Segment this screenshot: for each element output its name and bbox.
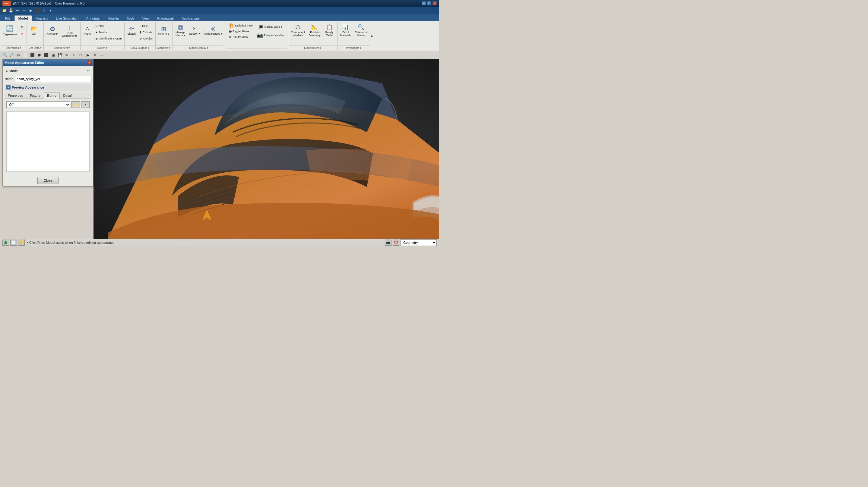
vt-zoom-out[interactable]: ⊖	[15, 52, 22, 59]
btn-display-style[interactable]: ▣ Display Style ▾	[255, 23, 286, 31]
vt-wireframe[interactable]: ⬟	[36, 52, 42, 59]
btn-hole[interactable]: ○ Hole	[138, 23, 154, 29]
qa-run[interactable]: ▶	[28, 7, 34, 13]
btn-manage-views[interactable]: ▦ Manage Views ▾	[174, 22, 187, 39]
vt-edit[interactable]: ✏	[64, 52, 70, 59]
group-model-intent-label[interactable]: Model Intent ▾	[289, 45, 337, 50]
dialog-close-button[interactable]: Close	[37, 177, 59, 184]
dialog-close-btn[interactable]: ✕	[87, 61, 91, 65]
btn-sketch[interactable]: ✏ Sketch	[126, 22, 137, 39]
tab-properties[interactable]: Properties	[4, 92, 26, 99]
vt-zoom-extents[interactable]: 🔍	[1, 52, 8, 59]
vt-repaint[interactable]: ⬜	[22, 52, 29, 59]
status-layers-btn[interactable]: 📄	[10, 239, 17, 246]
btn-family-table[interactable]: 📋 Family Table	[323, 22, 336, 39]
group-datum-label[interactable]: Datum ▾	[81, 45, 124, 50]
vt-hidden[interactable]: ⬛	[43, 52, 50, 59]
edit-pos-label: Edit Position	[232, 36, 248, 39]
btn-section[interactable]: ✂ Section ▾	[188, 22, 202, 39]
tab-bump[interactable]: Bump	[44, 92, 60, 99]
bump-browse-btn[interactable]: 📁	[71, 101, 80, 108]
vt-save-view[interactable]: 💾	[57, 52, 63, 59]
btn-revolve[interactable]: ↻ Revolve	[138, 36, 154, 41]
group-operations-label[interactable]: Operations ▾	[1, 45, 26, 50]
btn-perspective-view[interactable]: 📷 Perspective View	[255, 31, 286, 39]
maximize-btn[interactable]: □	[427, 1, 431, 5]
vt-play[interactable]: ▶	[85, 52, 91, 59]
btn-edit-position[interactable]: ✏ Edit Position	[227, 34, 254, 40]
qa-undo[interactable]: ↩	[14, 7, 21, 13]
group-cut-surface-label[interactable]: Cut & Surface ▾	[125, 45, 155, 50]
vt-shade[interactable]: ⬛	[29, 52, 36, 59]
btn-exploded-view[interactable]: 💥 Exploded View	[227, 23, 254, 28]
group-modifiers-label[interactable]: Modifiers ▾	[156, 45, 172, 50]
btn-component-interface[interactable]: ⬡ Component Interface	[289, 22, 307, 39]
group-get-data-label[interactable]: Get Data ▾	[27, 45, 43, 50]
vt-zoom-in[interactable]: 🔎	[8, 52, 15, 59]
btn-get-data[interactable]: 📂 Get	[28, 22, 40, 39]
dialog-footer: Close	[3, 175, 93, 186]
viewport-3d[interactable]	[93, 59, 439, 239]
tab-view[interactable]: View	[138, 15, 154, 21]
group-investigate-label[interactable]: Investigate ▾	[338, 45, 369, 50]
preview-plus-icon[interactable]: +	[6, 85, 10, 90]
btn-toggle-status[interactable]: ◉ Toggle Status	[227, 29, 254, 34]
qa-save[interactable]: 💾	[8, 7, 14, 13]
edit-pos-icon: ✏	[228, 35, 231, 39]
btn-appearances[interactable]: ◎ Appearances ▾	[203, 22, 224, 39]
tab-tools[interactable]: Tools	[123, 15, 138, 21]
tab-manikin[interactable]: Manikin	[103, 15, 123, 21]
ribbon-scroll-right[interactable]: ▶	[370, 22, 374, 50]
btn-bill-of-materials[interactable]: 📊 Bill of Materials	[339, 22, 353, 39]
btn-coord-system[interactable]: ⊕ Coordinate System	[94, 36, 123, 41]
dialog-titlebar[interactable]: Model Appearance Editor ✕	[3, 59, 93, 66]
btn-reference-viewer[interactable]: 🔍 Reference Viewer	[353, 22, 369, 39]
bom-icon: 📊	[342, 24, 349, 31]
btn-drag-components[interactable]: ↕ Drag Components	[61, 22, 79, 39]
model-section-edit-icon[interactable]: ✏	[87, 69, 90, 73]
btn-plane[interactable]: △ Plane	[82, 22, 93, 39]
tab-framework[interactable]: Framework	[153, 15, 178, 21]
qa-stop[interactable]: ⬛	[34, 7, 40, 13]
vt-grid[interactable]: ▦	[50, 52, 56, 59]
status-3d-btn[interactable]: 🎯	[393, 239, 399, 246]
model-section-header[interactable]: ▶ Model ✏	[4, 68, 91, 74]
qa-redo[interactable]: ↪	[21, 7, 27, 13]
btn-small-1[interactable]: ⚙	[19, 24, 25, 30]
bump-check-btn[interactable]: ✓	[81, 101, 90, 108]
btn-pattern[interactable]: ⊞ Pattern ▾	[157, 22, 171, 39]
tab-model[interactable]: Model	[14, 15, 32, 21]
geometry-dropdown[interactable]: Geometry	[401, 239, 437, 246]
close-btn-main[interactable]: ✕	[433, 1, 437, 5]
vt-pause[interactable]: ⏸	[91, 52, 98, 59]
btn-publish-geometry[interactable]: 📐 Publish Geometry	[307, 22, 322, 39]
qa-more[interactable]: ▾	[48, 7, 54, 13]
tab-annotate[interactable]: Annotate	[82, 15, 103, 21]
qa-open[interactable]: 📁	[1, 7, 7, 13]
status-model-tree-btn[interactable]: 🌲	[2, 239, 9, 246]
vt-point[interactable]: ✦	[70, 52, 77, 59]
vt-pan[interactable]: ↔	[98, 52, 105, 59]
tab-applications[interactable]: Applications	[178, 15, 203, 21]
group-model-display-label[interactable]: Model Display ▾	[173, 45, 224, 50]
btn-cancel[interactable]: ✕	[19, 31, 25, 37]
btn-assemble[interactable]: ⚙ Assemble	[45, 22, 60, 39]
btn-point[interactable]: ✦ Point ▾	[94, 29, 123, 35]
bump-dropdown[interactable]: Off On	[6, 101, 70, 108]
tab-texture[interactable]: Texture	[26, 92, 44, 99]
tab-file[interactable]: File	[1, 15, 14, 21]
vt-rotate[interactable]: ⟳	[78, 52, 84, 59]
group-component-label[interactable]: Component ▾	[44, 45, 80, 50]
btn-extrude[interactable]: ⬆ Extrude	[138, 29, 154, 35]
btn-regenerate[interactable]: 🔄 Regenerate	[1, 22, 19, 39]
minimize-btn[interactable]: —	[422, 1, 426, 5]
qa-x[interactable]: ✕	[41, 7, 47, 13]
tab-live-simulation[interactable]: Live Simulation	[52, 15, 82, 21]
tab-analysis[interactable]: Analysis	[32, 15, 52, 21]
status-notebook-btn[interactable]: 📒	[18, 239, 25, 246]
status-snap-btn[interactable]: 📷	[385, 239, 392, 246]
creo-logo: creo	[2, 1, 11, 6]
name-input[interactable]	[15, 76, 91, 82]
btn-axis[interactable]: ✕ Axis	[94, 23, 123, 29]
tab-decal[interactable]: Decal	[60, 92, 75, 99]
